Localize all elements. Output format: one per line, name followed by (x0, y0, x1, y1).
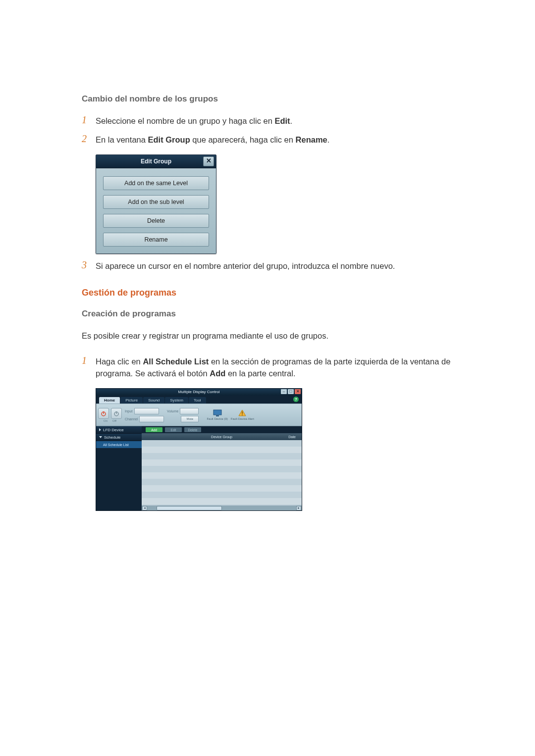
fault-device-label: Fault Device (0) (207, 417, 227, 421)
tab-sound[interactable]: Sound (143, 397, 164, 403)
table-row (142, 498, 302, 504)
body-text-schedule: Es posible crear y registrar un programa… (82, 330, 456, 342)
mdc-ribbon: On Off Input Channel Vol (96, 403, 302, 426)
t: Seleccione el nombre de un grupo y haga … (96, 116, 274, 125)
mdc-window: Multiple Display Control – □ ✕ Home Pict… (96, 388, 456, 511)
mdc-tabs: Home Picture Sound System Tool ? (96, 396, 302, 403)
step-number-s1: 1 (82, 355, 96, 365)
t: All Schedule List (143, 357, 209, 366)
step-text-3: Si aparece un cursor en el nombre anteri… (96, 260, 456, 272)
chevron-down-icon (99, 436, 102, 438)
t: . (290, 116, 293, 125)
power-off-label: Off (112, 419, 116, 422)
table-row (142, 440, 302, 447)
t: Rename (296, 135, 327, 144)
dialog-titlebar: Edit Group ✕ (96, 155, 216, 168)
step-number-3: 3 (82, 260, 96, 270)
power-on-icon (101, 410, 107, 416)
heading-schedule-management: Gestión de programas (82, 288, 456, 298)
sidebar-lfd-label: LFD Device (103, 428, 124, 432)
steps-rename: 1 Seleccione el nombre de un grupo y hag… (82, 115, 456, 146)
step-number-2: 2 (82, 134, 96, 144)
table-row (142, 492, 302, 498)
table-row (142, 466, 302, 472)
tab-home[interactable]: Home (99, 397, 120, 403)
input-select[interactable] (134, 408, 159, 414)
tab-system[interactable]: System (165, 397, 188, 403)
t: En la ventana (96, 135, 148, 144)
t: en la parte central. (225, 369, 295, 378)
power-on-button[interactable] (98, 408, 109, 419)
edit-button: Edit (165, 427, 182, 432)
volume-input[interactable] (180, 408, 199, 414)
svg-rect-4 (214, 410, 221, 415)
mdc-title-text: Multiple Display Control (178, 390, 219, 394)
window-minimize-button[interactable]: – (281, 389, 287, 394)
mdc-toolbar: Add Edit Delete (142, 426, 302, 433)
edit-group-dialog: Edit Group ✕ Add on the same Level Add o… (96, 154, 456, 254)
t: Haga clic en (96, 357, 143, 366)
step-text-1: Seleccione el nombre de un grupo y haga … (96, 115, 456, 127)
t: Edit Group (148, 135, 190, 144)
mdc-titlebar: Multiple Display Control – □ ✕ (96, 389, 302, 396)
fault-device-icon[interactable] (213, 409, 222, 417)
sidebar-lfd-device[interactable]: LFD Device (96, 426, 142, 434)
power-off-icon (113, 410, 119, 416)
col-date: Date (288, 435, 296, 439)
dialog-close-button[interactable]: ✕ (203, 156, 214, 166)
fault-alert-label: Fault Device Alert (231, 417, 254, 421)
chevron-right-icon (99, 428, 101, 431)
scroll-thumb[interactable] (157, 506, 222, 510)
sidebar-schedule-label: Schedule (104, 435, 120, 440)
table-row (142, 485, 302, 492)
add-same-level-button[interactable]: Add on the same Level (103, 176, 209, 190)
channel-label: Channel (125, 417, 138, 421)
window-close-button[interactable]: ✕ (295, 389, 301, 394)
mute-button[interactable]: Mute (181, 416, 199, 422)
help-icon[interactable]: ? (293, 397, 299, 402)
table-row (142, 447, 302, 453)
table-row (142, 453, 302, 459)
add-button[interactable]: Add (146, 427, 162, 432)
steps-rename-cont: 3 Si aparece un cursor en el nombre ante… (82, 260, 456, 272)
subheading-create-schedule: Creación de programas (82, 309, 456, 319)
step-text-2: En la ventana Edit Group que aparecerá, … (96, 134, 456, 146)
fault-alert-icon[interactable] (238, 409, 247, 417)
t: que aparecerá, haga clic en (190, 135, 296, 144)
step-text-s1: Haga clic en All Schedule List en la sec… (96, 355, 456, 379)
delete-schedule-button: Delete (184, 427, 201, 432)
svg-rect-5 (216, 415, 219, 416)
subheading-rename-groups: Cambio del nombre de los grupos (82, 94, 456, 104)
dialog-title: Edit Group (141, 158, 171, 165)
mdc-content: Add Edit Delete Device Group Date (142, 426, 302, 510)
sidebar-all-schedule-list[interactable]: All Schedule List (96, 441, 142, 448)
scroll-right-arrow[interactable]: ► (296, 506, 301, 510)
t: Add (210, 369, 225, 378)
volume-label: Volume (167, 409, 178, 413)
tab-tool[interactable]: Tool (189, 397, 206, 403)
rename-button[interactable]: Rename (103, 233, 209, 247)
table-row (142, 479, 302, 485)
col-device-group: Device Group (211, 435, 232, 439)
steps-schedule: 1 Haga clic en All Schedule List en la s… (82, 355, 456, 379)
scroll-left-arrow[interactable]: ◄ (142, 506, 147, 510)
power-off-button[interactable] (111, 408, 122, 419)
add-sub-level-button[interactable]: Add on the sub level (103, 195, 209, 209)
channel-select[interactable] (139, 416, 164, 422)
t: . (327, 135, 330, 144)
t: Edit (274, 116, 290, 125)
window-maximize-button[interactable]: □ (288, 389, 294, 394)
input-label: Input (125, 409, 133, 413)
horizontal-scrollbar[interactable]: ◄ ► (142, 505, 302, 510)
svg-point-8 (242, 414, 243, 415)
mdc-sidebar: LFD Device Schedule All Schedule List (96, 426, 142, 510)
column-headers: Device Group Date (142, 433, 302, 440)
delete-button[interactable]: Delete (103, 214, 209, 228)
power-on-label: On (104, 419, 107, 422)
step-number-1: 1 (82, 115, 96, 125)
tab-picture[interactable]: Picture (120, 397, 143, 403)
sidebar-schedule[interactable]: Schedule (96, 434, 142, 441)
table-row (142, 472, 302, 479)
schedule-grid (142, 440, 302, 505)
table-row (142, 459, 302, 466)
